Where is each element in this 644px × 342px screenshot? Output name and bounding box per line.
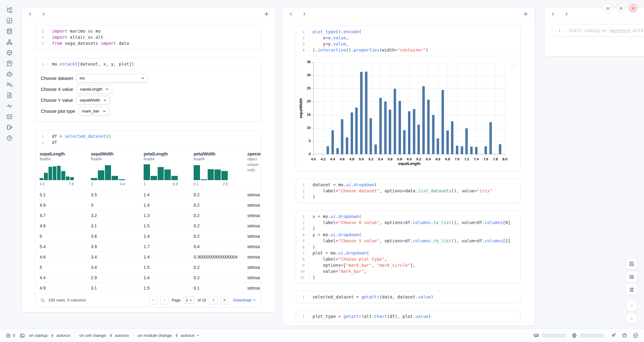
chat-icon[interactable] bbox=[6, 71, 13, 77]
logs-icon[interactable] bbox=[6, 60, 13, 67]
download-button[interactable]: Download bbox=[233, 298, 256, 302]
table-cell: 1.4 bbox=[144, 255, 194, 259]
dropdown-label: Choose X value bbox=[41, 87, 73, 92]
code-cell-xy-plot-dropdowns: 1x = mo.ui.dropdown(2 label="Choose X va… bbox=[296, 210, 521, 283]
code-line: 11) bbox=[296, 274, 520, 280]
code-editor[interactable]: 1x = mo.ui.dropdown(2 label="Choose X va… bbox=[296, 211, 520, 283]
bolt-icon bbox=[50, 333, 55, 338]
chevron-down-icon bbox=[141, 77, 145, 80]
stop-button[interactable] bbox=[626, 300, 637, 312]
page-select[interactable]: 1 bbox=[184, 297, 195, 304]
runtime-config-1[interactable]: on startup:autorun bbox=[29, 333, 71, 338]
line-number: 1 bbox=[296, 214, 305, 219]
code-editor[interactable]: 1df = selected_dataset()2df bbox=[35, 130, 261, 148]
tracebacks-icon[interactable] bbox=[6, 81, 13, 88]
terminal-icon[interactable] bbox=[20, 333, 25, 338]
table-header: sepalLengthfloat644.37.9sepalWidthfloat6… bbox=[35, 148, 261, 189]
dropdown-choose-y-value[interactable]: sepalWidth bbox=[76, 96, 110, 105]
scroll-column-left-icon[interactable] bbox=[551, 12, 556, 16]
code-editor[interactable]: 1plot_type().encode(2 x=x.value,3 y=y.va… bbox=[296, 26, 520, 56]
code-editor[interactable]: 1dataset = mo.ui.dropdown(2 label="Choos… bbox=[296, 179, 520, 203]
dropdown-choose-plot-type[interactable]: mark_bar bbox=[79, 107, 109, 116]
notebook-column-3: 1 Start coding or generate with AI bbox=[544, 8, 644, 56]
save-button[interactable] bbox=[626, 258, 637, 269]
code-editor[interactable]: 1plot_type = getattr(alt.Chart(df), plot… bbox=[296, 311, 520, 322]
command-button[interactable] bbox=[626, 284, 637, 295]
check-circle-icon[interactable] bbox=[633, 333, 639, 338]
close-button[interactable] bbox=[629, 4, 637, 12]
code-line: 4).interactive().properties(width="conta… bbox=[296, 47, 520, 53]
code-text: ) bbox=[309, 226, 315, 232]
code-line: 1df = selected_dataset() bbox=[35, 133, 261, 139]
memory-meter bbox=[542, 333, 567, 337]
sparkles-icon[interactable] bbox=[611, 333, 617, 338]
add-cell-button[interactable] bbox=[523, 11, 529, 17]
dropdown-choose-x-value[interactable]: sepalLength bbox=[77, 85, 113, 94]
code-text: label="Choose dataset", options=data.lis… bbox=[309, 188, 492, 194]
code-editor[interactable]: 1 Start coding or generate with AI bbox=[552, 25, 644, 36]
bolt-icon bbox=[175, 333, 179, 338]
layout-button[interactable] bbox=[626, 271, 637, 283]
runtime-config-2[interactable]: on cell change:autorun bbox=[79, 333, 129, 338]
gear-button[interactable] bbox=[617, 4, 625, 12]
variables-icon[interactable] bbox=[6, 103, 13, 109]
code-editor[interactable]: 1import marimo as mo2import altair as al… bbox=[35, 25, 261, 49]
first-page-button[interactable] bbox=[149, 296, 157, 304]
next-page-button[interactable] bbox=[209, 296, 217, 304]
scroll-column-left-icon[interactable] bbox=[288, 12, 293, 16]
generate-link[interactable]: generate bbox=[610, 28, 630, 33]
search-icon[interactable] bbox=[40, 298, 45, 303]
column-2-header bbox=[282, 8, 535, 20]
chart-bar bbox=[437, 138, 439, 154]
code-text: plot = mo.ui.dropdown( bbox=[309, 250, 369, 256]
play-button[interactable] bbox=[626, 313, 637, 324]
dropdown-choose-dataset[interactable]: iris bbox=[76, 74, 148, 83]
runtime-config-3[interactable]: on module change:autorun bbox=[138, 333, 200, 338]
plot-area[interactable]: 051015202530354.04.24.44.64.85.05.25.45.… bbox=[313, 62, 505, 154]
snippets-icon[interactable] bbox=[6, 113, 13, 120]
documentation-icon[interactable] bbox=[6, 92, 13, 99]
dropdown-value: mark_bar bbox=[82, 109, 99, 113]
chart-bar bbox=[422, 86, 425, 154]
table-cell: 0.1 bbox=[194, 286, 247, 290]
scroll-column-left-icon[interactable] bbox=[28, 12, 33, 16]
dropdown-value: sepalLength bbox=[80, 87, 102, 91]
datasources-icon[interactable] bbox=[6, 28, 13, 35]
scratchpad-icon[interactable] bbox=[6, 124, 13, 131]
code-editor[interactable]: 1mo.vstack([dataset, x, y, plot]) bbox=[35, 58, 261, 70]
menu-button[interactable] bbox=[603, 4, 612, 12]
range-min: 2 bbox=[91, 182, 93, 186]
scroll-column-right-icon[interactable] bbox=[41, 12, 46, 16]
column-stat: unique: bbox=[247, 162, 261, 167]
prev-page-button[interactable] bbox=[160, 296, 169, 304]
code-text: ) bbox=[309, 194, 315, 200]
column-histogram bbox=[40, 164, 74, 180]
scroll-column-right-icon[interactable] bbox=[302, 12, 307, 16]
code-editor[interactable]: 1selected_dataset = getattr(data, datase… bbox=[296, 291, 520, 303]
chevron-down-icon bbox=[103, 98, 107, 102]
add-cell-button[interactable] bbox=[263, 11, 270, 17]
chart-bar bbox=[341, 119, 343, 154]
memory-usage bbox=[533, 333, 567, 338]
chart-bar bbox=[365, 72, 367, 154]
last-page-button[interactable] bbox=[220, 296, 229, 304]
chart-bar bbox=[360, 72, 363, 154]
packages-icon[interactable] bbox=[6, 49, 13, 56]
range-min: 0.1 bbox=[194, 182, 199, 186]
dependencies-icon[interactable] bbox=[6, 39, 13, 45]
fold-marker-icon bbox=[305, 183, 309, 186]
code-text: ) bbox=[309, 244, 315, 250]
scroll-column-right-icon[interactable] bbox=[564, 12, 569, 16]
robot-icon[interactable] bbox=[622, 333, 628, 338]
column-histogram bbox=[91, 164, 125, 180]
page-total: of 15 bbox=[198, 298, 206, 302]
dropdown-row: Choose Y valuesepalWidth bbox=[41, 96, 256, 105]
help-icon[interactable] bbox=[6, 135, 13, 141]
column-range: 24.4 bbox=[91, 182, 125, 186]
error-count-button[interactable]: 0 bbox=[5, 333, 15, 338]
file-explorer-icon[interactable] bbox=[6, 7, 13, 13]
chart-bar bbox=[499, 144, 501, 154]
chart-menu-button[interactable] bbox=[509, 60, 517, 68]
functions-icon[interactable] bbox=[6, 17, 13, 24]
table-cell: 0.4 bbox=[194, 244, 247, 249]
